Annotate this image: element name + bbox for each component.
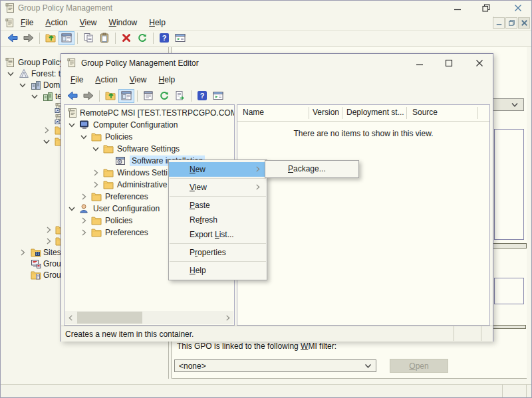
copy-button[interactable]: [80, 31, 96, 45]
child-restore-button[interactable]: [505, 17, 517, 29]
tree-item-gpo-root[interactable]: RemotePC MSI [TEST.TESTRPCGPO.COM] P: [67, 107, 235, 119]
open-button[interactable]: Open: [390, 359, 448, 373]
context-menu-export-list[interactable]: Export List...: [169, 227, 267, 242]
button-fragment[interactable]: [493, 243, 527, 249]
help-button[interactable]: [194, 89, 210, 103]
chevron-right-icon[interactable]: [80, 193, 87, 200]
column-version[interactable]: Version: [313, 108, 339, 117]
tree-item-policies-user[interactable]: Policies: [80, 215, 132, 227]
tree-item-policies[interactable]: Policies: [80, 131, 132, 143]
scrollbar-thumb[interactable]: [77, 312, 142, 324]
show-console-tree-button[interactable]: [118, 89, 134, 103]
chevron-down-icon[interactable]: [7, 70, 14, 77]
tree-item-preferences-user[interactable]: Preferences: [80, 227, 148, 239]
tree-item-starter-gpos[interactable]: Grou: [31, 269, 61, 280]
chevron-right-icon[interactable]: [92, 181, 99, 188]
tree-item-sites[interactable]: Sites: [19, 247, 61, 258]
help-button[interactable]: [156, 31, 172, 45]
tree-item-forest[interactable]: Forest: te: [7, 68, 65, 79]
chevron-right-icon[interactable]: [92, 169, 99, 176]
main-restore-button[interactable]: [480, 3, 492, 13]
folder-icon: [91, 215, 102, 226]
horizontal-scrollbar[interactable]: [65, 311, 233, 324]
editor-minimize-button[interactable]: [414, 58, 426, 68]
tree-item-user-configuration[interactable]: User Configuration: [68, 203, 160, 215]
main-menu-file[interactable]: File: [15, 15, 39, 30]
main-menu-action[interactable]: Action: [39, 15, 73, 30]
child-minimize-button[interactable]: [493, 17, 505, 29]
scroll-left-button[interactable]: [65, 311, 76, 324]
new-window-button[interactable]: [210, 89, 226, 103]
new-window-button[interactable]: [172, 31, 188, 45]
chevron-right-icon[interactable]: [80, 229, 87, 236]
export-list-button[interactable]: [172, 89, 188, 103]
editor-menu-file[interactable]: File: [65, 72, 89, 87]
chevron-right-icon[interactable]: [80, 217, 87, 224]
up-one-level-button[interactable]: [43, 31, 59, 45]
tree-item-administrative-templates[interactable]: Administrative: [92, 179, 167, 191]
tree-item-software-settings[interactable]: Software Settings: [92, 143, 180, 155]
tree-item-computer-configuration[interactable]: Computer Configuration: [68, 119, 178, 131]
back-button[interactable]: [65, 89, 80, 103]
back-button[interactable]: [5, 31, 21, 45]
context-menu-paste[interactable]: Paste: [169, 198, 267, 213]
column-deployment-state[interactable]: Deployment st...: [346, 108, 404, 117]
editor-menu-action[interactable]: Action: [89, 72, 123, 87]
chevron-down-icon[interactable]: [19, 82, 26, 88]
chevron-right-icon[interactable]: [45, 238, 52, 245]
editor-menu-help[interactable]: Help: [153, 72, 182, 87]
linked-gpo-dropdown-fragment[interactable]: [489, 98, 524, 111]
main-close-button[interactable]: [512, 3, 524, 13]
scope-list-fragment[interactable]: [494, 278, 524, 304]
context-menu-view[interactable]: View: [169, 180, 267, 195]
chevron-down-icon[interactable]: [80, 134, 87, 140]
forward-button[interactable]: [80, 89, 96, 103]
chevron-down-icon[interactable]: [31, 93, 38, 100]
scope-list-fragment[interactable]: [494, 129, 524, 240]
chevron-down-icon[interactable]: [68, 122, 75, 128]
tree-item-wmi-filters[interactable]: Grou: [31, 258, 61, 269]
tree-item-preferences[interactable]: Preferences: [80, 191, 148, 203]
child-close-button[interactable]: [518, 17, 530, 29]
column-separator[interactable]: [406, 107, 407, 119]
forward-button[interactable]: [21, 31, 37, 45]
context-menu-help[interactable]: Help: [169, 263, 267, 278]
editor-menu-view[interactable]: View: [124, 72, 153, 87]
tree-item-domains[interactable]: Dom: [19, 79, 60, 90]
refresh-button[interactable]: [156, 89, 172, 103]
main-minimize-button[interactable]: [452, 3, 464, 13]
context-menu-refresh[interactable]: Refresh: [169, 213, 267, 227]
refresh-button[interactable]: [134, 31, 150, 45]
column-separator[interactable]: [477, 107, 478, 119]
chevron-right-icon[interactable]: [19, 249, 26, 256]
show-console-tree-button[interactable]: [59, 31, 74, 45]
wmi-filter-dropdown[interactable]: <none>: [174, 359, 376, 372]
column-separator[interactable]: [342, 107, 342, 119]
up-one-level-button[interactable]: [102, 89, 118, 103]
editor-maximize-button[interactable]: [443, 58, 455, 68]
chevron-right-icon[interactable]: [45, 227, 52, 233]
tree-item-windows-settings[interactable]: Windows Setti: [92, 167, 168, 179]
chevron-down-icon[interactable]: [68, 205, 75, 212]
main-menu-window[interactable]: Window: [103, 15, 144, 30]
column-source[interactable]: Source: [412, 108, 438, 117]
main-menu-view[interactable]: View: [74, 15, 103, 30]
context-menu-properties[interactable]: Properties: [169, 245, 267, 260]
properties-button[interactable]: [140, 89, 156, 103]
column-separator[interactable]: [309, 107, 309, 119]
scroll-right-button[interactable]: [222, 311, 233, 324]
main-menu-help[interactable]: Help: [143, 15, 172, 30]
tree-item-domain[interactable]: te: [31, 90, 62, 102]
tree-item-group-policy-root[interactable]: Group Policy: [5, 56, 64, 68]
paste-button[interactable]: [96, 31, 112, 45]
toolbar-separator: [77, 33, 78, 44]
wmi-filter-icon: [31, 258, 41, 269]
chevron-down-icon[interactable]: [43, 138, 50, 145]
column-name[interactable]: Name: [243, 108, 264, 117]
submenu-package[interactable]: Package...: [265, 161, 358, 177]
chevron-right-icon[interactable]: [43, 127, 50, 134]
delete-button[interactable]: [118, 31, 134, 45]
chevron-down-icon[interactable]: [92, 146, 99, 152]
context-menu-new[interactable]: New: [169, 162, 267, 177]
editor-close-button[interactable]: [473, 58, 485, 68]
